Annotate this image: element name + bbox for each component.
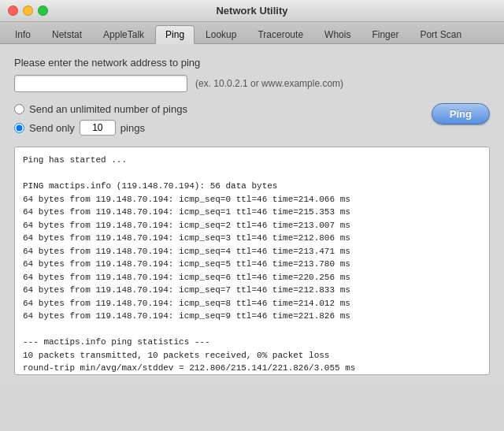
tab-appletalk[interactable]: AppleTalk: [93, 25, 154, 43]
tabbar: Info Netstat AppleTalk Ping Lookup Trace…: [0, 22, 504, 44]
address-hint: (ex. 10.0.2.1 or www.example.com): [195, 78, 343, 89]
minimize-button[interactable]: [23, 6, 33, 16]
address-row: (ex. 10.0.2.1 or www.example.com): [14, 75, 490, 92]
tab-portscan[interactable]: Port Scan: [410, 25, 472, 43]
tab-lookup[interactable]: Lookup: [195, 25, 246, 43]
sendonly-radio-row: Send only pings: [14, 120, 187, 136]
address-prompt: Please enter the network address to ping: [14, 57, 490, 69]
tab-traceroute[interactable]: Traceroute: [247, 25, 313, 43]
titlebar: Network Utility: [0, 0, 504, 22]
traffic-lights: [8, 6, 48, 16]
sendonly-radio[interactable]: [14, 123, 24, 133]
unlimited-label[interactable]: Send an unlimited number of pings: [29, 103, 187, 115]
sendonly-label[interactable]: Send only: [29, 122, 75, 134]
ping-button[interactable]: Ping: [432, 103, 490, 124]
main-content: Please enter the network address to ping…: [0, 44, 504, 385]
close-button[interactable]: [8, 6, 18, 16]
ping-output: Ping has started ... PING mactips.info (…: [14, 147, 490, 375]
tab-info[interactable]: Info: [5, 25, 41, 43]
window-title: Network Utility: [216, 5, 287, 17]
tab-finger[interactable]: Finger: [361, 25, 409, 43]
maximize-button[interactable]: [38, 6, 48, 16]
unlimited-radio-row: Send an unlimited number of pings: [14, 103, 187, 115]
pings-count-input[interactable]: [80, 120, 116, 136]
address-input[interactable]: [14, 75, 187, 92]
unlimited-radio[interactable]: [14, 104, 24, 114]
tab-whois[interactable]: Whois: [314, 25, 361, 43]
tab-netstat[interactable]: Netstat: [42, 25, 92, 43]
options-area: Send an unlimited number of pings Send o…: [14, 103, 187, 136]
tab-ping[interactable]: Ping: [155, 25, 195, 44]
pings-suffix: pings: [120, 122, 145, 134]
